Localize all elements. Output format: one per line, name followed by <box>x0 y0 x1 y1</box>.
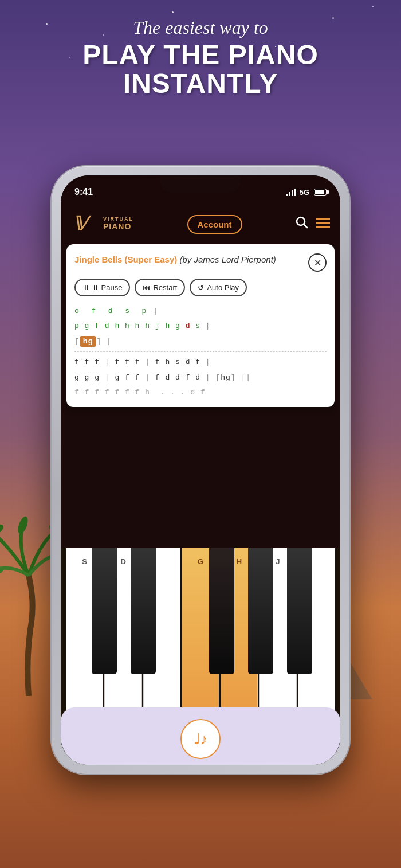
signal-bar-1 <box>286 194 288 196</box>
battery-icon <box>314 189 327 196</box>
autoplay-button[interactable]: ↺ Auto Play <box>190 279 247 296</box>
song-title: Jingle Bells (Super Easy) (by James Lord… <box>74 253 308 265</box>
signal-bar-3 <box>292 190 293 196</box>
notes-row-5: g g g | g f f | f d d f d | [hg] || <box>74 371 327 384</box>
app-header: 𝕍 VIRTUAL PIANO Account <box>61 204 340 244</box>
pause-button[interactable]: ⏸ ⏸ Pause <box>74 279 130 296</box>
logo-area: 𝕍 VIRTUAL PIANO <box>71 213 133 236</box>
phone-mockup: 9:41 5G <box>52 166 349 774</box>
song-controls: ⏸ ⏸ Pause ⏮ Restart ↺ Auto Play <box>74 279 327 296</box>
hero-title-line1: PLAY THE PIANO <box>0 41 401 69</box>
music-note-button[interactable]: ♩♪ <box>180 719 221 759</box>
pause-icon: ⏸ <box>82 283 90 292</box>
svg-text:𝕍: 𝕍 <box>73 213 92 234</box>
song-header: Jingle Bells (Super Easy) (by James Lord… <box>74 253 327 272</box>
phone-frame: 9:41 5G <box>52 166 349 774</box>
hero-section: The easiest way to PLAY THE PIANO INSTAN… <box>0 17 401 99</box>
bottom-card: ♩♪ <box>61 707 340 765</box>
search-icon[interactable] <box>296 216 308 232</box>
key-label-top-d: D <box>120 557 125 566</box>
account-button[interactable]: Account <box>187 215 242 234</box>
status-icons: 5G <box>286 188 327 197</box>
notes-row-3: [hg] | <box>74 335 327 348</box>
music-note-icon: ♩♪ <box>194 730 208 748</box>
header-icons <box>296 216 330 232</box>
key-label-top-j: J <box>276 557 280 566</box>
svg-line-9 <box>304 225 308 228</box>
notes-area: o f d s p | p g f d h h h h j h g d s | … <box>74 304 327 399</box>
battery-fill <box>315 190 324 194</box>
notes-row-2: p g f d h h h h j h g d s | <box>74 319 327 333</box>
black-key-2[interactable] <box>131 548 156 674</box>
restart-button[interactable]: ⏮ Restart <box>135 279 185 296</box>
logo-piano-text: PIANO <box>103 222 133 231</box>
black-key-3[interactable] <box>209 548 234 674</box>
notes-row-4: f f f | f f f | f h s d f | <box>74 355 327 369</box>
song-title-italic: (by James Lord Pierpont) <box>177 255 276 264</box>
logo-text: VIRTUAL PIANO <box>103 217 133 231</box>
svg-point-1 <box>16 515 30 535</box>
autoplay-icon: ↺ <box>198 283 204 292</box>
close-button[interactable]: ✕ <box>308 253 327 272</box>
restart-icon: ⏮ <box>143 283 150 292</box>
notes-divider <box>74 351 327 352</box>
phone-notch <box>160 175 241 193</box>
menu-icon[interactable] <box>316 217 330 232</box>
phone-screen: 9:41 5G <box>61 175 340 765</box>
key-label-top-g: G <box>198 557 203 566</box>
svg-point-0 <box>0 522 6 540</box>
hero-title-line2: INSTANTLY <box>0 69 401 98</box>
logo-icon: 𝕍 <box>71 213 100 236</box>
black-key-4[interactable] <box>248 548 273 674</box>
signal-bar-4 <box>294 189 296 196</box>
status-5g: 5G <box>300 188 309 197</box>
song-sheet: Jingle Bells (Super Easy) (by James Lord… <box>66 244 335 407</box>
black-key-1[interactable] <box>92 548 117 674</box>
status-time: 9:41 <box>74 187 93 197</box>
notes-row-6: f f f f f f f h . . . d f <box>74 386 327 399</box>
notes-row-1: o f d s p | <box>74 304 327 318</box>
key-label-top-s: S <box>82 557 87 566</box>
black-key-5[interactable] <box>287 548 312 674</box>
hero-subtitle: The easiest way to <box>0 17 401 38</box>
key-label-top-h: H <box>237 557 242 566</box>
song-title-bold: Jingle Bells (Super Easy) <box>74 255 177 264</box>
signal-bar-2 <box>289 192 290 196</box>
signal-bars <box>286 188 296 196</box>
